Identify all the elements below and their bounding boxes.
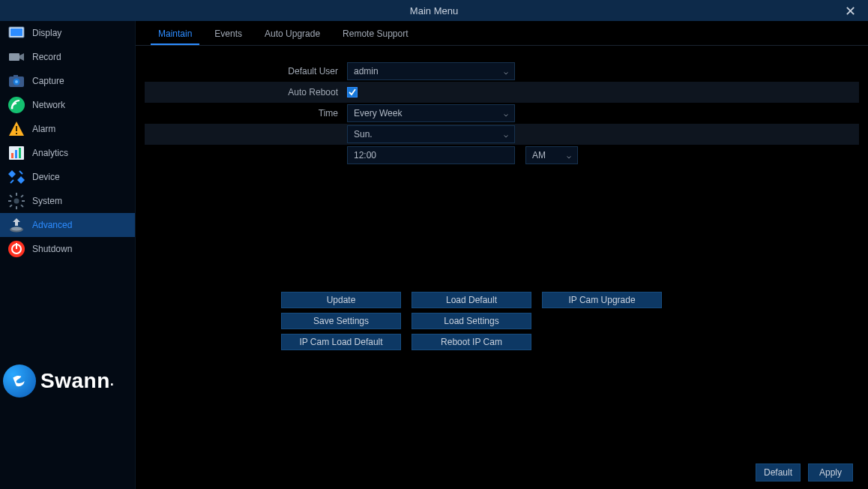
svg-rect-18	[16, 193, 17, 196]
sidebar-item-display[interactable]: Display	[0, 21, 135, 45]
sidebar-item-advanced[interactable]: Advanced	[0, 213, 135, 237]
brand-icon	[3, 364, 36, 398]
checkbox-auto-reboot[interactable]	[347, 87, 358, 98]
brand-text: Swann	[40, 369, 110, 393]
sidebar-item-alarm[interactable]: Alarm	[0, 117, 135, 141]
load-settings-button[interactable]: Load Settings	[412, 313, 531, 329]
brand-logo: Swann.	[3, 364, 114, 398]
analytics-icon	[7, 144, 25, 162]
svg-rect-22	[9, 194, 12, 197]
label-time: Time	[145, 108, 347, 118]
chevron-down-icon: ⌵	[504, 130, 508, 139]
select-value: Every Week	[354, 108, 402, 118]
sidebar-item-label: Device	[32, 172, 60, 182]
row-time: Time Every Week ⌵	[145, 103, 859, 124]
advanced-icon	[7, 216, 25, 234]
select-ampm[interactable]: AM ⌵	[525, 146, 578, 164]
svg-rect-19	[16, 206, 17, 209]
svg-rect-25	[9, 204, 12, 207]
ip-cam-load-default-button[interactable]: IP Cam Load Default	[281, 334, 401, 350]
display-icon	[7, 24, 25, 42]
sidebar-item-label: Record	[32, 52, 61, 62]
tab-auto-upgrade[interactable]: Auto Upgrade	[257, 26, 328, 45]
record-icon	[7, 48, 25, 66]
chevron-down-icon: ⌵	[567, 152, 571, 160]
load-default-button[interactable]: Load Default	[412, 292, 531, 308]
svg-point-6	[15, 80, 18, 83]
sidebar-item-label: Advanced	[32, 220, 72, 230]
capture-icon	[7, 72, 25, 90]
svg-rect-20	[8, 200, 11, 202]
alarm-icon	[7, 120, 25, 138]
update-button[interactable]: Update	[281, 292, 401, 308]
select-value: AM	[532, 150, 546, 160]
svg-rect-24	[20, 194, 23, 197]
row-day: Sun. ⌵	[145, 124, 859, 145]
svg-rect-30	[16, 243, 17, 249]
select-day[interactable]: Sun. ⌵	[347, 125, 515, 143]
default-button[interactable]: Default	[756, 464, 801, 482]
sidebar-item-label: Network	[32, 100, 65, 110]
svg-rect-23	[20, 204, 23, 207]
sidebar-item-system[interactable]: System	[0, 189, 135, 213]
svg-rect-16	[19, 148, 21, 158]
sidebar-item-label: Alarm	[32, 124, 55, 134]
svg-rect-21	[22, 200, 25, 202]
tab-maintain[interactable]: Maintain	[151, 26, 199, 45]
sidebar-item-label: System	[32, 196, 62, 206]
tab-remote-support[interactable]: Remote Support	[335, 26, 415, 45]
tab-events[interactable]: Events	[207, 26, 250, 45]
row-auto-reboot: Auto Reboot	[145, 82, 859, 103]
content-area: Maintain Events Auto Upgrade Remote Supp…	[136, 21, 868, 489]
svg-rect-1	[10, 28, 22, 36]
svg-point-27	[11, 227, 22, 231]
select-value: admin	[354, 66, 379, 76]
svg-rect-14	[11, 153, 13, 158]
chevron-down-icon: ⌵	[504, 110, 508, 118]
reboot-ip-cam-button[interactable]: Reboot IP Cam	[412, 334, 531, 350]
sidebar: Display Record Capture Network Alarm	[0, 21, 136, 489]
sidebar-item-label: Display	[32, 28, 61, 38]
label-default-user: Default User	[145, 66, 347, 76]
svg-marker-3	[19, 53, 24, 61]
svg-rect-11	[16, 126, 17, 131]
tabs: Maintain Events Auto Upgrade Remote Supp…	[136, 21, 868, 46]
action-button-grid: Update Load Default IP Cam Upgrade Save …	[281, 292, 868, 350]
save-settings-button[interactable]: Save Settings	[281, 313, 401, 329]
sidebar-item-record[interactable]: Record	[0, 45, 135, 69]
shutdown-icon	[7, 240, 25, 258]
close-icon[interactable]: ✕	[842, 3, 859, 20]
select-default-user[interactable]: admin ⌵	[347, 62, 515, 80]
svg-point-8	[8, 97, 25, 113]
system-icon	[7, 192, 25, 210]
row-default-user: Default User admin ⌵	[145, 61, 859, 82]
row-clock: AM ⌵	[145, 145, 859, 166]
sidebar-item-label: Analytics	[32, 148, 68, 158]
select-time-frequency[interactable]: Every Week ⌵	[347, 104, 515, 122]
sidebar-item-shutdown[interactable]: Shutdown	[0, 237, 135, 261]
ip-cam-upgrade-button[interactable]: IP Cam Upgrade	[542, 292, 662, 308]
sidebar-item-analytics[interactable]: Analytics	[0, 141, 135, 165]
sidebar-item-device[interactable]: Device	[0, 165, 135, 189]
titlebar: Main Menu ✕	[0, 0, 868, 21]
apply-button[interactable]: Apply	[808, 464, 853, 482]
label-auto-reboot: Auto Reboot	[145, 87, 347, 98]
network-icon	[7, 96, 25, 114]
sidebar-item-label: Capture	[32, 76, 64, 86]
footer-buttons: Default Apply	[748, 464, 853, 482]
sidebar-item-label: Shutdown	[32, 244, 72, 254]
device-icon	[7, 168, 25, 186]
svg-point-9	[11, 107, 13, 110]
form-area: Default User admin ⌵ Auto Reboot Time Ev…	[136, 46, 868, 166]
chevron-down-icon: ⌵	[504, 68, 508, 76]
svg-rect-2	[9, 53, 19, 61]
sidebar-item-capture[interactable]: Capture	[0, 69, 135, 93]
svg-point-17	[14, 199, 19, 204]
input-clock[interactable]	[347, 146, 515, 164]
svg-rect-7	[13, 75, 18, 77]
svg-rect-12	[16, 133, 17, 134]
select-value: Sun.	[354, 129, 373, 140]
sidebar-item-network[interactable]: Network	[0, 93, 135, 117]
title-text: Main Menu	[410, 5, 458, 16]
svg-rect-15	[15, 150, 17, 158]
